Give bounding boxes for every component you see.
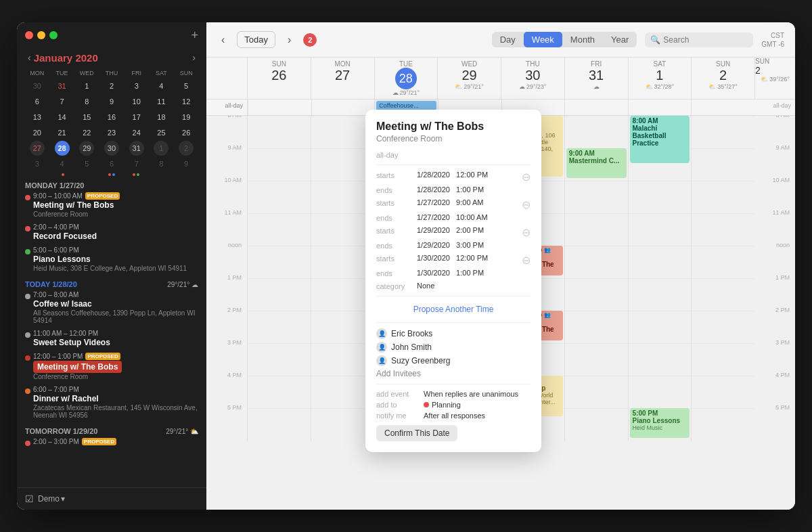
event-time: 9:00 – 10:00 AM PROPOSED (33, 192, 198, 200)
sidebar-event[interactable]: 9:00 – 10:00 AM PROPOSED Meeting w/ The … (25, 192, 198, 218)
mini-cal-day[interactable]: 21 (55, 125, 70, 140)
confirm-date-button[interactable]: Confirm This Date (376, 425, 457, 441)
day-col-header-sun26: SUN 26 (247, 58, 311, 99)
mini-cal-day[interactable]: 3 (129, 79, 144, 93)
view-month-button[interactable]: Month (562, 32, 603, 47)
mini-cal-day[interactable]: 19 (179, 110, 194, 125)
minimize-button[interactable] (37, 31, 45, 39)
remove-instance-3[interactable]: ⊖ (522, 226, 531, 239)
mini-cal-day[interactable]: 13 (30, 110, 45, 125)
mini-cal-day[interactable]: 30 (104, 141, 119, 156)
mini-cal-day[interactable]: 1 (154, 141, 168, 156)
next-week-button[interactable]: › (284, 32, 295, 47)
planning-dot (424, 402, 429, 407)
add-event-button[interactable]: + (191, 29, 198, 41)
sidebar-event[interactable]: 2:00 – 3:00 PM PROPOSED (25, 438, 198, 445)
mini-cal-day[interactable]: 12 (179, 94, 194, 109)
sidebar-event-highlighted[interactable]: 12:00 – 1:00 PM PROPOSED Meeting w/ The … (25, 353, 198, 380)
sidebar: + ‹ January 2020 › MON TUE WED THU (17, 22, 206, 510)
sidebar-event[interactable]: 5:00 – 6:00 PM Piano Lessons Heid Music,… (25, 246, 198, 272)
view-switcher: Day Week Month Year (492, 32, 637, 47)
event-detail-popup[interactable]: Meeting w/ The Bobs Conference Room all-… (365, 110, 541, 452)
mini-cal-day[interactable]: 11 (154, 94, 168, 109)
search-input[interactable] (663, 35, 744, 45)
mini-cal-day[interactable]: 20 (30, 125, 45, 140)
mini-cal-day[interactable]: 2 (179, 141, 194, 156)
mini-cal-day[interactable]: 15 (79, 110, 94, 125)
view-year-button[interactable]: Year (603, 32, 637, 47)
mini-cal-day[interactable]: 2 (104, 79, 119, 93)
time-label-8am: 8 AM (206, 116, 247, 144)
day-col-header-tue28: TUE 28 ☁29°/21° (374, 58, 438, 99)
propose-another-time-button[interactable]: Propose Another Time (376, 302, 531, 317)
time-label-right-11am: 11 AM (754, 209, 795, 242)
mini-cal-day[interactable]: 1 (79, 79, 94, 93)
proposed-badge: PROPOSED (85, 353, 120, 360)
mini-cal-day[interactable]: 9 (104, 94, 119, 109)
time-label-11am: 11 AM (206, 209, 247, 242)
remove-instance-4[interactable]: ⊖ (522, 254, 531, 267)
add-invitees-label[interactable]: Add Invitees (376, 369, 531, 378)
today-button[interactable]: Today (237, 31, 275, 48)
mini-cal-day[interactable]: 16 (104, 110, 119, 125)
view-week-button[interactable]: Week (524, 32, 562, 47)
sidebar-event[interactable]: 2:00 – 4:00 PM Record Focused (25, 223, 198, 241)
maximize-button[interactable] (49, 31, 58, 39)
popup-subtitle: Conference Room (376, 134, 531, 143)
mini-cal-day[interactable]: 9 (179, 156, 194, 171)
sidebar-event[interactable]: 11:00 AM – 12:00 PM Sweet Setup Videos (25, 330, 198, 347)
timezone-label: CST GMT -6 (761, 31, 784, 49)
mini-cal-day[interactable]: 31 (55, 79, 70, 93)
day-section-today: TODAY 1/28/20 29°/21° ☁ 7:00 – 8:00 AM C… (25, 280, 198, 419)
mini-cal-day[interactable]: 17 (129, 110, 144, 125)
mini-cal-day[interactable]: 5 (179, 79, 194, 93)
mini-cal-day[interactable]: 27 (30, 141, 45, 156)
day-section-title-today: TODAY 1/28/20 (25, 280, 77, 288)
event-title: Dinner w/ Rachel (33, 394, 198, 403)
mini-cal-day[interactable]: 4 (154, 79, 168, 93)
attendee-icon-john: 👤 (376, 342, 387, 353)
notification-badge[interactable]: 2 (303, 33, 317, 47)
mini-cal-day[interactable]: 6 (30, 94, 45, 109)
mini-cal-day[interactable]: 5 (79, 156, 94, 171)
event-location: Conference Room (33, 373, 198, 380)
remove-instance-2[interactable]: ⊖ (522, 198, 531, 211)
mini-cal-day[interactable]: 24 (129, 125, 144, 140)
time-label-right-4pm: 4 PM (754, 372, 795, 404)
sidebar-events: MONDAY 1/27/20 9:00 – 10:00 AM PROPOSED … (17, 181, 206, 487)
mini-cal-day[interactable]: 4 (55, 156, 70, 171)
mini-cal-day[interactable]: 22 (79, 125, 94, 140)
mini-cal-day[interactable]: 6 (104, 156, 119, 171)
mini-cal-day[interactable]: 3 (30, 156, 45, 171)
mini-cal-day[interactable]: 8 (79, 94, 94, 109)
mini-cal-day[interactable]: 7 (129, 156, 144, 171)
mini-cal-day[interactable]: 30 (30, 79, 45, 93)
mini-cal-day[interactable]: 29 (79, 141, 94, 156)
close-button[interactable] (25, 31, 33, 39)
mini-cal-today[interactable]: 28 (55, 141, 70, 156)
cal-event-piano-lessons-sat[interactable]: 5:00 PM Piano Lessons Heid Music (630, 408, 690, 438)
cal-event-mastermind[interactable]: 9:00 AM Mastermind C... (566, 148, 627, 178)
prev-week-button[interactable]: ‹ (217, 32, 229, 47)
mini-cal-day[interactable]: 25 (154, 125, 168, 140)
mini-cal-day[interactable]: 23 (104, 125, 119, 140)
remove-instance-1[interactable]: ⊖ (522, 171, 531, 183)
sidebar-top: + (17, 22, 206, 45)
sidebar-event[interactable]: 6:00 – 7:00 PM Dinner w/ Rachel Zacateca… (25, 386, 198, 419)
mini-cal-next[interactable]: › (189, 51, 198, 64)
mini-cal-day[interactable]: 18 (154, 110, 168, 125)
sidebar-event[interactable]: 7:00 – 8:00 AM Coffee w/ Isaac All Seaso… (25, 291, 198, 324)
mini-cal-day[interactable]: 26 (179, 125, 194, 140)
day-col-header-mon27: MON 27 (311, 58, 374, 99)
mini-cal-day[interactable]: 10 (129, 94, 144, 109)
mini-cal-day[interactable]: 31 (129, 141, 144, 156)
mini-cal-day[interactable]: 14 (55, 110, 70, 125)
mini-cal-day[interactable]: 8 (154, 156, 168, 171)
all-day-event-coffeehouse[interactable]: Coffeehouse... (376, 101, 436, 110)
demo-button[interactable]: Demo ▾ (38, 494, 65, 504)
time-label-right-noon: noon (754, 242, 795, 274)
view-day-button[interactable]: Day (492, 32, 524, 47)
cal-event-basketball-practice[interactable]: 8:00 AM Malachi Basketball Practice (630, 116, 690, 163)
mini-cal-day[interactable]: 7 (55, 94, 70, 109)
mini-cal-prev[interactable]: ‹ (25, 51, 34, 64)
